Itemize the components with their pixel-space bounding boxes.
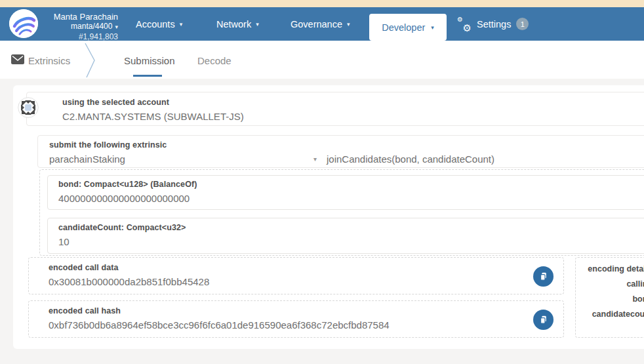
chevron-down-icon: ▾	[180, 21, 183, 28]
nav-network-label: Network	[216, 19, 251, 30]
param-bond-input[interactable]: 400000000000000000000000	[58, 193, 644, 204]
section-title: Extrinsics	[28, 55, 70, 66]
extrinsic-row-values: parachainStaking ▾ joinCandidates(bond, …	[49, 153, 644, 165]
encoded-call-hash-box: encoded call hash 0xbf736b0db6a8964ef58b…	[28, 300, 564, 338]
nav-accounts[interactable]: Accounts ▾	[136, 7, 182, 41]
param-bond-label: bond: Compact<u128> (BalanceOf)	[58, 180, 644, 189]
chevron-down-icon: ▾	[431, 24, 434, 31]
active-tab-underline	[133, 75, 162, 77]
chevron-down-icon[interactable]: ▾	[313, 155, 317, 163]
account-select-field[interactable]: using the selected account C2.MANTA.SYST…	[26, 92, 644, 126]
tab-submission[interactable]: Submission	[124, 55, 175, 66]
extrinsic-row-label: submit the following extrinsic	[49, 140, 644, 150]
chain-logo[interactable]	[9, 9, 38, 38]
copy-call-data-button[interactable]	[533, 266, 553, 287]
nav-network[interactable]: Network ▾	[216, 7, 259, 41]
tab-bar: Extrinsics Submission Decode	[0, 41, 644, 79]
encoded-call-data-label: encoded call data	[49, 263, 563, 272]
content-card: using the selected account C2.MANTA.SYST…	[13, 85, 644, 349]
top-accent-strip	[0, 0, 644, 7]
pallet-select[interactable]: parachainStaking	[49, 153, 125, 165]
copy-call-hash-button[interactable]	[533, 310, 553, 330]
account-field-value[interactable]: C2.MANTA.SYSTEMS (SUBWALLET-JS)	[62, 111, 644, 122]
settings-label: Settings	[477, 19, 511, 30]
copy-icon	[538, 314, 549, 325]
gear-small-icon: ⚙	[457, 16, 463, 23]
nav-settings[interactable]: ⚙ ⚙ Settings 1	[457, 7, 529, 41]
page: Manta Parachain manta/4400▾ #1,941,803 A…	[0, 0, 644, 364]
method-select[interactable]: joinCandidates(bond, candidateCount)	[327, 153, 494, 165]
chain-spec: manta/4400▾	[38, 22, 118, 31]
encoding-details-row-calling: calling	[576, 277, 644, 292]
gear-big-icon: ⚙	[463, 23, 472, 33]
param-candidatecount-input[interactable]: 10	[58, 236, 644, 247]
chevron-down-icon: ▾	[115, 24, 118, 30]
top-navbar: Manta Parachain manta/4400▾ #1,941,803 A…	[0, 7, 644, 41]
settings-badge: 1	[516, 18, 529, 30]
chain-spec-label: manta/4400	[71, 22, 112, 31]
nav-developer-label: Developer	[382, 22, 425, 33]
encoded-call-hash-value: 0xbf736b0db6a8964ef58bce3cc96f6fc6a01de9…	[49, 319, 563, 331]
account-field-label: using the selected account	[62, 98, 644, 107]
encoded-call-data-box: encoded call data 0x30081b000000da2b851f…	[28, 257, 564, 294]
account-identicon[interactable]	[18, 97, 39, 118]
chevron-down-icon: ▾	[256, 21, 259, 28]
param-bond-field[interactable]: bond: Compact<u128> (BalanceOf) 40000000…	[47, 175, 644, 210]
nav-accounts-label: Accounts	[136, 19, 175, 30]
manta-logo-icon	[9, 9, 38, 38]
chain-selector[interactable]: Manta Parachain manta/4400▾ #1,941,803	[38, 12, 118, 41]
tab-decode[interactable]: Decode	[197, 55, 231, 66]
gears-icon: ⚙ ⚙	[457, 18, 472, 31]
encoding-details-row-bond: bond	[576, 292, 644, 307]
encoding-details-row-candidatecount: candidatecount	[576, 307, 644, 322]
nav-governance-label: Governance	[291, 19, 342, 30]
breadcrumb-chevron-icon	[84, 42, 97, 79]
param-candidatecount-field[interactable]: candidateCount: Compact<u32> 10	[47, 218, 644, 254]
copy-icon	[538, 271, 549, 282]
encoded-call-hash-label: encoded call hash	[49, 306, 563, 315]
chain-name: Manta Parachain	[38, 12, 118, 22]
encoded-call-data-value: 0x30081b000000da2b851f0bb45428	[49, 276, 563, 287]
nav-governance[interactable]: Governance ▾	[291, 7, 350, 41]
extrinsic-select-row: submit the following extrinsic parachain…	[37, 135, 644, 168]
encoding-details-panel: encoding details calling bond candidatec…	[575, 257, 644, 338]
nav-developer-active[interactable]: Developer ▾	[369, 14, 447, 41]
encoding-details-title: encoding details	[576, 262, 644, 277]
chevron-down-icon: ▾	[347, 21, 350, 28]
param-candidatecount-label: candidateCount: Compact<u32>	[58, 223, 644, 232]
extrinsics-mail-icon	[10, 54, 25, 66]
